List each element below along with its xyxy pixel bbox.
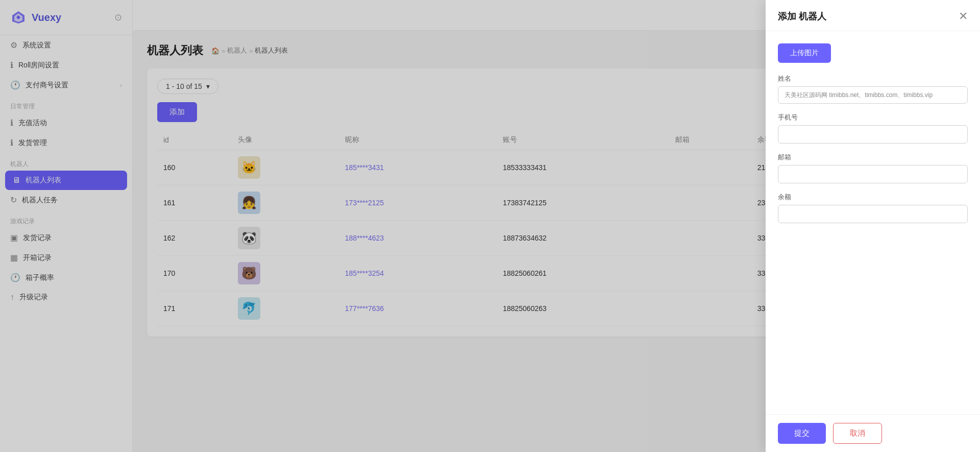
form-group-balance: 余额	[778, 193, 968, 223]
form-group-phone: 手机号	[778, 113, 968, 144]
email-label: 邮箱	[778, 153, 968, 162]
drawer-footer: 提交 取消	[766, 414, 980, 452]
balance-label: 余额	[778, 193, 968, 202]
drawer-title: 添加 机器人	[778, 10, 826, 22]
form-group-name: 姓名	[778, 74, 968, 104]
form-group-email: 邮箱	[778, 153, 968, 183]
drawer-header: 添加 机器人 ✕	[766, 0, 980, 31]
add-robot-drawer: 添加 机器人 ✕ 上传图片 姓名 手机号 邮箱 余额 提交 取消	[766, 0, 980, 452]
email-input[interactable]	[778, 165, 968, 183]
name-label: 姓名	[778, 74, 968, 83]
submit-button[interactable]: 提交	[778, 423, 826, 444]
drawer-body: 上传图片 姓名 手机号 邮箱 余额	[766, 31, 980, 414]
upload-image-button[interactable]: 上传图片	[778, 43, 831, 63]
cancel-button[interactable]: 取消	[833, 423, 882, 444]
phone-input[interactable]	[778, 125, 968, 144]
phone-label: 手机号	[778, 113, 968, 122]
name-input[interactable]	[778, 86, 968, 104]
drawer-close-button[interactable]: ✕	[959, 11, 968, 22]
balance-input[interactable]	[778, 205, 968, 223]
